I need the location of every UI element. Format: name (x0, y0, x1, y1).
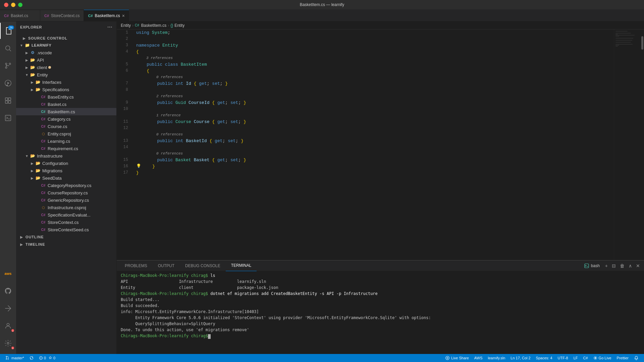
status-line-col[interactable]: Ln 17, Col 2 (508, 354, 533, 362)
timeline-section[interactable]: ▶ TIMELINE (16, 241, 116, 248)
interfaces-arrow: ▶ (30, 80, 35, 84)
add-terminal-icon[interactable]: + (604, 262, 609, 269)
lightbulb-icon[interactable]: 💡 (136, 163, 141, 170)
tree-seeddata[interactable]: ▶ 📂 SeedData (16, 174, 116, 182)
tree-infrastructure[interactable]: ▼ 📂 Infrastructure (16, 152, 116, 160)
term-line-5: Build started... (121, 297, 640, 303)
cs-file-icon: C# (40, 212, 46, 218)
outline-section[interactable]: ▶ OUTLINE (16, 233, 116, 241)
close-terminal-icon[interactable]: ✕ (635, 262, 641, 269)
expand-terminal-icon[interactable]: ∧ (627, 262, 633, 269)
bc-class[interactable]: Entity (174, 23, 184, 28)
status-line-ending[interactable]: LF (571, 354, 581, 362)
status-prettier[interactable]: Prettier (614, 354, 631, 362)
svg-point-10 (7, 323, 9, 326)
tree-entitycsproj[interactable]: ▶ ⬡ Entity.csproj (16, 130, 116, 137)
term-line-2: API Infrastructure learnify.sln (121, 279, 640, 285)
status-branch[interactable]: master* (3, 354, 27, 362)
status-encoding[interactable]: UTF-8 (555, 354, 571, 362)
status-liveshare[interactable]: Live Share (442, 354, 472, 362)
maximize-button[interactable] (18, 3, 22, 7)
tab-storecontext[interactable]: C# StoreContext.cs (40, 10, 84, 21)
close-button[interactable] (4, 3, 8, 7)
status-learnify[interactable]: learnify.sln (485, 354, 508, 362)
scroll-thumb[interactable] (641, 36, 643, 50)
code-line-9: public Guid CourseId { get; set; } (136, 100, 614, 106)
bc-file[interactable]: BasketItem.cs (141, 23, 166, 28)
source-control-section: ▶ SOURCE CONTROL (16, 33, 116, 42)
trash-terminal-icon[interactable]: 🗑 (619, 262, 626, 269)
code-editor[interactable]: 1 2 3 4 5 5 6 7 7 8 9 9 10 11 11 (117, 29, 644, 260)
explorer-icon[interactable]: 26 (0, 23, 16, 39)
tree-client[interactable]: ▶ 📂 client (16, 64, 116, 71)
run-icon[interactable] (0, 75, 16, 91)
minimize-button[interactable] (11, 3, 15, 7)
tree-storecontext-file[interactable]: ▶ C# StoreContext.cs (16, 219, 116, 226)
tab-output[interactable]: OUTPUT (153, 260, 180, 271)
close-tab-icon[interactable]: × (122, 13, 125, 18)
aws-icon[interactable]: aws (0, 265, 16, 282)
editor-scrollbar[interactable] (641, 29, 644, 260)
source-control-icon[interactable] (0, 58, 16, 74)
github-icon[interactable] (0, 283, 16, 299)
source-control-arrow[interactable]: ▶ (21, 37, 27, 40)
tree-vscode[interactable]: ▶ ⚙ .vscode (16, 49, 116, 56)
status-aws[interactable]: AWS (472, 354, 485, 362)
tab-debug-console[interactable]: DEBUG CONSOLE (180, 260, 226, 271)
tab-problems[interactable]: PROBLEMS (119, 260, 153, 271)
tree-courserepo[interactable]: ▶ C# CourseRepository.cs (16, 189, 116, 196)
tree-basketitem-file[interactable]: ▶ C# BasketItem.cs (16, 108, 116, 115)
tree-category-file[interactable]: ▶ C# Category.cs (16, 115, 116, 123)
tree-learnify-root[interactable]: ▼ 📁 LEARNIFY (16, 42, 116, 49)
status-golive[interactable]: Go Live (591, 354, 614, 362)
tree-infracsproj[interactable]: ▶ ⬡ Infrastructure.csproj (16, 204, 116, 211)
term-line-8: Entity Framework Core 5.0.6 initialized … (121, 315, 640, 321)
terminal-content[interactable]: Chirags-MacBook-Pro:learnify chirag$ ls … (117, 271, 644, 354)
tree-speceval[interactable]: ▶ C# SpecificationEvaluat... (16, 211, 116, 219)
status-spaces[interactable]: Spaces: 4 (533, 354, 555, 362)
cs-file-icon: C# (40, 116, 46, 122)
code-content[interactable]: using System; namespace Entity { (133, 29, 614, 260)
extensions-icon[interactable] (0, 93, 16, 109)
cs-file-icon: C# (40, 109, 46, 115)
tree-course-file[interactable]: ▶ C# Course.cs (16, 123, 116, 130)
status-sync[interactable] (27, 354, 36, 362)
tree-entity[interactable]: ▼ 📂 Entity (16, 71, 116, 78)
search-icon[interactable] (0, 40, 16, 56)
settings-icon[interactable]: 1 (0, 335, 16, 351)
svg-point-1 (5, 63, 7, 65)
sidebar-more-icon[interactable]: ··· (107, 24, 112, 30)
term-line-3: Entity client package-lock.json (121, 285, 640, 291)
tree-specifications[interactable]: ▶ 📂 Specifications (16, 86, 116, 93)
status-notifications[interactable] (631, 354, 641, 362)
tree-configuration[interactable]: ▶ 📂 Configuration (16, 160, 116, 167)
client-arrow: ▶ (24, 66, 30, 69)
status-right: Live Share AWS learnify.sln Ln 17, Col 2… (442, 354, 641, 362)
tree-interfaces[interactable]: ▶ 📂 Interfaces (16, 78, 116, 86)
tab-basket[interactable]: C# Basket.cs (0, 10, 40, 21)
terminal-icon[interactable] (0, 110, 16, 126)
accounts-icon[interactable]: 1 (0, 318, 16, 334)
status-language[interactable]: C# (581, 354, 591, 362)
bash-label: bash (584, 263, 600, 268)
tab-basketitem[interactable]: C# BasketItem.cs × (84, 10, 129, 21)
tree-api[interactable]: ▶ 📂 API (16, 56, 116, 64)
svg-rect-6 (8, 98, 11, 100)
tab-terminal[interactable]: TERMINAL (226, 260, 257, 271)
config-arrow: ▶ (30, 162, 35, 165)
tree-baseentity[interactable]: ▶ C# BaseEntity.cs (16, 93, 116, 101)
tree-learning-file[interactable]: ▶ C# Learning.cs (16, 137, 116, 145)
tree-storecontextseed[interactable]: ▶ C# StoreContextSeed.cs (16, 226, 116, 233)
split-terminal-icon[interactable]: ⊟ (610, 262, 617, 269)
svg-rect-5 (5, 98, 8, 100)
tree-requirement-file[interactable]: ▶ C# Requirement.cs (16, 145, 116, 152)
bc-entity[interactable]: Entity (121, 23, 131, 28)
tree-basket-file[interactable]: ▶ C# Basket.cs (16, 101, 116, 108)
remote-icon[interactable] (0, 300, 16, 316)
ref-hint-3: 3 references (136, 55, 614, 61)
code-line-3: namespace Entity (136, 42, 614, 49)
status-errors[interactable]: 0 0 (36, 354, 58, 362)
tree-genericrepo[interactable]: ▶ C# GenericRepository.cs (16, 196, 116, 204)
tree-migrations[interactable]: ▶ 📂 Migrations (16, 167, 116, 174)
tree-categoryrepo[interactable]: ▶ C# CategoryRepository.cs (16, 182, 116, 189)
